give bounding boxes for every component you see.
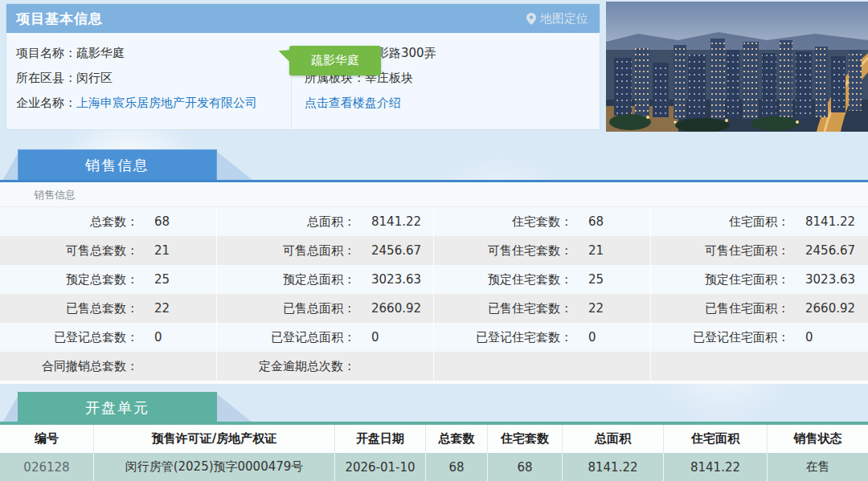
- project-name-value: 疏影华庭: [76, 44, 125, 62]
- district-value: 闵行区: [76, 69, 113, 87]
- sales-row-totals: 总套数：68 总面积：8141.22 住宅套数：68 住宅面积：8141.22: [0, 207, 868, 236]
- sales-field: 总面积：8141.22: [217, 207, 434, 236]
- sales-row-registered: 已登记总套数：0 已登记总面积：0 已登记住宅套数：0 已登记住宅面积：0: [0, 323, 868, 352]
- table-header-row: 编号 预售许可证/房地产权证 开盘日期 总套数 住宅套数 总面积 住宅面积 销售…: [0, 425, 868, 453]
- sales-field: 可售住宅面积：2456.67: [651, 236, 868, 265]
- field-value: 2456.67: [371, 243, 421, 258]
- field-value: 22: [154, 301, 170, 316]
- field-value: 0: [154, 330, 162, 344]
- field-value: 0: [805, 330, 813, 344]
- cell-total-units: 68: [426, 453, 488, 481]
- map-pin-icon: [526, 13, 536, 25]
- intro-field: 点击查看楼盘介绍: [305, 94, 600, 119]
- field-label: 预定住宅面积：: [651, 272, 789, 287]
- tab-flank-left: [2, 393, 19, 423]
- district-field: 所在区县： 闵行区: [16, 69, 291, 94]
- sales-field: 已登记住宅套数：0: [434, 323, 651, 352]
- col-header-total-area: 总面积: [563, 425, 664, 453]
- sales-field: 合同撤销总套数：: [0, 352, 217, 381]
- sales-field: 住宅套数：68: [434, 207, 651, 236]
- field-label: 预定总面积：: [217, 272, 355, 287]
- project-info-body: 项目名称： 疏影华庭 所在区县： 闵行区 企业名称： 上海申宸乐居房地产开发有限…: [6, 33, 600, 129]
- field-label: 预定总套数：: [0, 272, 138, 287]
- field-value: 0: [588, 330, 596, 344]
- cell-res-area: 8141.22: [664, 453, 768, 481]
- sales-field: 可售总套数：21: [0, 236, 217, 265]
- field-label: 总面积：: [217, 214, 355, 230]
- sales-field: 已售住宅套数：22: [434, 294, 651, 323]
- sales-field: 已售住宅面积：2660.92: [651, 294, 868, 323]
- field-label: 定金逾期总次数：: [217, 359, 355, 374]
- sales-field: 预定住宅套数：25: [434, 265, 651, 294]
- page: 项目基本信息 地图定位 项目名称： 疏影华庭 所在区县： 闵行区: [0, 0, 868, 481]
- building-intro-link[interactable]: 点击查看楼盘介绍: [305, 94, 401, 112]
- col-header-res-units: 住宅套数: [488, 425, 563, 453]
- col-header-total-units: 总套数: [426, 425, 488, 453]
- sales-grid: 总套数：68 总面积：8141.22 住宅套数：68 住宅面积：8141.22 …: [0, 207, 868, 381]
- col-header-license: 预售许可证/房地产权证: [94, 425, 335, 453]
- project-info-left-column: 项目名称： 疏影华庭 所在区县： 闵行区 企业名称： 上海申宸乐居房地产开发有限…: [6, 44, 291, 129]
- field-label: 已登记总套数：: [0, 330, 138, 345]
- sales-field: 预定总套数：25: [0, 265, 217, 294]
- field-value: 21: [588, 243, 604, 258]
- project-name-tooltip: 疏影华庭: [289, 46, 381, 75]
- field-label: 已售总套数：: [0, 301, 138, 316]
- sales-field: 可售住宅套数：21: [434, 236, 651, 265]
- field-value: 25: [588, 272, 604, 287]
- field-value: 22: [588, 301, 604, 316]
- field-label: 住宅面积：: [651, 214, 789, 230]
- field-label: 可售住宅套数：: [434, 243, 572, 259]
- field-label: 总套数：: [0, 214, 138, 230]
- project-photo: [606, 2, 868, 132]
- sales-field: 已售总套数：22: [0, 294, 217, 323]
- sales-field: 已售总面积：2660.92: [217, 294, 434, 323]
- sales-field: 已登记总面积：0: [217, 323, 434, 352]
- cell-license: 闵行房管(2025)预字0000479号: [94, 453, 335, 481]
- field-value: 2660.92: [371, 301, 421, 316]
- sales-row-cancelled: 合同撤销总套数： 定金逾期总次数：: [0, 352, 868, 381]
- tab-flank-left: [2, 151, 19, 181]
- field-label: 已售住宅面积：: [651, 301, 789, 316]
- field-label: 预定住宅套数：: [434, 272, 572, 287]
- field-label: 已售总面积：: [217, 301, 355, 316]
- district-label: 所在区县：: [16, 69, 76, 87]
- sales-field: 可售总面积：2456.67: [217, 236, 434, 265]
- field-value: 3023.63: [805, 272, 855, 287]
- sales-field: 已登记住宅面积：0: [651, 323, 868, 352]
- col-header-id: 编号: [0, 425, 94, 453]
- sales-field: [651, 352, 868, 381]
- sales-field: 定金逾期总次数：: [217, 352, 434, 381]
- city-skyline-image: [606, 2, 868, 132]
- field-label: 可售总套数：: [0, 243, 138, 259]
- field-label: 已登记住宅面积：: [651, 330, 789, 345]
- field-value: 21: [154, 243, 170, 258]
- field-label: 合同撤销总套数：: [0, 359, 138, 374]
- field-value: 8141.22: [371, 214, 421, 229]
- col-header-res-area: 住宅面积: [664, 425, 768, 453]
- cell-id: 026128: [0, 453, 94, 481]
- company-label: 企业名称：: [16, 94, 76, 112]
- cell-res-units: 68: [488, 453, 563, 481]
- tab-flank-right: [216, 393, 253, 423]
- sales-row-reserved: 预定总套数：25 预定总面积：3023.63 预定住宅套数：25 预定住宅面积：…: [0, 265, 868, 294]
- table-row[interactable]: 026128 闵行房管(2025)预字0000479号 2026-01-10 6…: [0, 453, 868, 481]
- sales-row-available: 可售总套数：21 可售总面积：2456.67 可售住宅套数：21 可售住宅面积：…: [0, 236, 868, 265]
- company-field: 企业名称： 上海申宸乐居房地产开发有限公司: [16, 94, 291, 119]
- tooltip-tail: [277, 48, 292, 63]
- sales-field: 总套数：68: [0, 207, 217, 236]
- field-value: 8141.22: [805, 214, 855, 229]
- sales-section-tab: 销售信息: [0, 149, 868, 181]
- panel-title: 项目基本信息: [16, 10, 103, 28]
- sales-field: 住宅面积：8141.22: [651, 207, 868, 236]
- tab-flank-right: [216, 151, 253, 181]
- sales-info-panel: 销售信息 总套数：68 总面积：8141.22 住宅套数：68 住宅面积：814…: [0, 182, 868, 384]
- project-info-header: 项目基本信息 地图定位: [6, 4, 600, 33]
- sales-field: 预定总面积：3023.63: [217, 265, 434, 294]
- company-link[interactable]: 上海申宸乐居房地产开发有限公司: [76, 94, 257, 112]
- field-value: 2660.92: [805, 301, 855, 316]
- field-value: 25: [154, 272, 170, 287]
- map-locate-link[interactable]: 地图定位: [526, 11, 588, 26]
- field-label: 可售住宅面积：: [651, 243, 789, 259]
- sales-field: 已登记总套数：0: [0, 323, 217, 352]
- sales-subtitle: 销售信息: [0, 182, 868, 207]
